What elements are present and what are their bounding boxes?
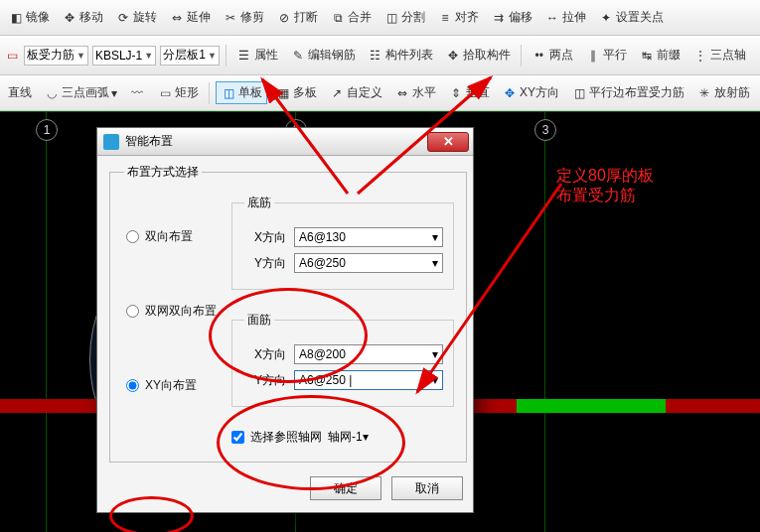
bottom-rebar-group: 底筋 X方向 A6@130▾ Y方向 A6@250▾ bbox=[231, 195, 454, 290]
tb-radial[interactable]: ✳放射筋 bbox=[692, 82, 754, 103]
tb-custom[interactable]: ↗自定义 bbox=[325, 82, 386, 103]
label-tx: X方向 bbox=[244, 346, 286, 363]
axis-bubble-1: 1 bbox=[36, 119, 58, 141]
label-bx: X方向 bbox=[244, 229, 286, 246]
offset-icon: ⇉ bbox=[491, 10, 507, 26]
tb-rotate[interactable]: ⟳旋转 bbox=[111, 7, 161, 28]
edit-icon: ✎ bbox=[290, 48, 306, 64]
rotate-icon: ⟳ bbox=[115, 10, 131, 26]
radio-xy-input[interactable] bbox=[126, 379, 139, 392]
pull-icon: ↔ bbox=[544, 10, 560, 26]
par-icon: ∥ bbox=[585, 48, 601, 64]
ok-button[interactable]: 确定 bbox=[310, 476, 381, 500]
top-rebar-group: 面筋 X方向 A8@200▾ Y方向 A6@250 |▾ bbox=[231, 312, 454, 407]
tb-align[interactable]: ≡对齐 bbox=[433, 7, 483, 28]
tb-multi[interactable]: ▦多板 bbox=[271, 82, 321, 103]
smart-layout-dialog: 智能布置 ✕ 布置方式选择 双向布置 双网双向布置 XY bbox=[96, 127, 474, 513]
dialog-title: 智能布置 bbox=[125, 133, 173, 150]
tb-curve[interactable]: 〰 bbox=[125, 83, 149, 103]
tb-vert[interactable]: ⇕垂直 bbox=[444, 82, 494, 103]
combo-ref-grid[interactable]: 轴网-1▾ bbox=[328, 429, 437, 446]
tb-parallel[interactable]: ∥平行 bbox=[581, 45, 631, 66]
radio-dualnet-input[interactable] bbox=[126, 305, 139, 318]
trim-icon: ✂ bbox=[223, 10, 238, 26]
multi-icon: ▦ bbox=[275, 85, 291, 101]
tb-merge[interactable]: ⧉合并 bbox=[326, 7, 376, 28]
tb-pick[interactable]: ✥拾取构件 bbox=[441, 45, 515, 66]
tb-xy[interactable]: ✥XY方向 bbox=[498, 82, 563, 103]
slab-icon: ▭ bbox=[4, 48, 20, 64]
rad-icon: ✳ bbox=[696, 85, 712, 101]
label-ty: Y方向 bbox=[244, 372, 286, 389]
three-icon: ⋮ bbox=[692, 48, 708, 64]
chevron-down-icon: ▾ bbox=[363, 430, 369, 444]
tb-threepoint[interactable]: ⋮三点轴 bbox=[688, 45, 750, 66]
combo-kbslj[interactable]: KBSLJ-1▼ bbox=[92, 46, 156, 66]
radio-bidir-input[interactable] bbox=[126, 230, 139, 243]
two-icon: •• bbox=[532, 48, 547, 64]
radio-dualnet[interactable]: 双网双向布置 bbox=[126, 303, 224, 320]
annotation-text: 定义80厚的板 布置受力筋 bbox=[556, 166, 654, 205]
pre-icon: ↹ bbox=[639, 48, 655, 64]
tb-twopoint[interactable]: ••两点 bbox=[528, 45, 577, 66]
tb-offset[interactable]: ⇉偏移 bbox=[487, 7, 536, 28]
tb-prefix[interactable]: ↹前缀 bbox=[635, 45, 684, 66]
tb-list[interactable]: ☷构件列表 bbox=[364, 45, 437, 66]
mirror-icon: ◧ bbox=[8, 10, 24, 26]
toolbar-row-3: 直线 ◡三点画弧▾ 〰 ▭矩形 ◫单板 ▦多板 ↗自定义 ⇔水平 ⇕垂直 ✥XY… bbox=[0, 75, 760, 111]
radio-xy[interactable]: XY向布置 bbox=[126, 377, 224, 394]
combo-top-y[interactable]: A6@250 |▾ bbox=[294, 370, 443, 390]
break-icon: ⊘ bbox=[276, 10, 292, 26]
combo-layer[interactable]: 分层板1▼ bbox=[160, 46, 220, 66]
tb-line[interactable]: 直线 bbox=[4, 82, 36, 103]
arc-icon: ◡ bbox=[44, 85, 60, 101]
axis-bubble-3: 3 bbox=[534, 119, 556, 141]
tb-horiz[interactable]: ⇔水平 bbox=[390, 82, 440, 103]
close-button[interactable]: ✕ bbox=[427, 132, 469, 152]
tb-trim[interactable]: ✂修剪 bbox=[219, 7, 268, 28]
tb-attr[interactable]: ☰属性 bbox=[232, 45, 282, 66]
tb-stretch[interactable]: ⇔延伸 bbox=[165, 7, 215, 28]
chevron-down-icon: ▼ bbox=[76, 51, 85, 61]
close-icon: ✕ bbox=[443, 134, 454, 149]
top-legend: 面筋 bbox=[244, 312, 274, 329]
tb-single[interactable]: ◫单板 bbox=[216, 81, 267, 104]
chevron-down-icon: ▾ bbox=[432, 347, 438, 361]
pick-icon: ✥ bbox=[445, 48, 461, 64]
combo-bottom-x[interactable]: A6@130▾ bbox=[294, 227, 443, 247]
list-icon: ☷ bbox=[368, 48, 383, 64]
tb-setpoint[interactable]: ✦设置关点 bbox=[594, 7, 668, 28]
single-icon: ◫ bbox=[221, 85, 236, 101]
tb-editbar[interactable]: ✎编辑钢筋 bbox=[286, 45, 360, 66]
tb-arc3[interactable]: ◡三点画弧▾ bbox=[40, 82, 121, 103]
toolbar-row-2: ▭ 板受力筋▼ KBSLJ-1▼ 分层板1▼ ☰属性 ✎编辑钢筋 ☷构件列表 ✥… bbox=[0, 36, 760, 75]
tb-parallel-reb[interactable]: ◫平行边布置受力筋 bbox=[567, 82, 688, 103]
hor-icon: ⇔ bbox=[394, 85, 410, 101]
tb-rect[interactable]: ▭矩形 bbox=[153, 82, 203, 103]
radio-bidir[interactable]: 双向布置 bbox=[126, 228, 224, 245]
checkbox-ref-grid[interactable] bbox=[231, 431, 244, 444]
cancel-button[interactable]: 取消 bbox=[391, 476, 463, 500]
ver-icon: ⇕ bbox=[448, 85, 464, 101]
stretch-icon: ⇔ bbox=[169, 10, 185, 26]
combo-top-x[interactable]: A8@200▾ bbox=[294, 344, 443, 364]
combo-bottom-y[interactable]: A6@250▾ bbox=[294, 253, 443, 273]
merge-icon: ⧉ bbox=[330, 10, 346, 26]
prop-icon: ☰ bbox=[236, 48, 252, 64]
tb-mirror[interactable]: ◧镜像 bbox=[4, 7, 54, 28]
combo-slab[interactable]: 板受力筋▼ bbox=[24, 46, 88, 66]
group-legend: 布置方式选择 bbox=[124, 164, 202, 181]
tb-split[interactable]: ◫分割 bbox=[380, 7, 429, 28]
chevron-down-icon: ▾ bbox=[432, 256, 438, 270]
tb-pull[interactable]: ↔拉伸 bbox=[540, 7, 590, 28]
layout-mode-group: 布置方式选择 双向布置 双网双向布置 XY向布置 bbox=[109, 164, 467, 463]
cust-icon: ↗ bbox=[329, 85, 345, 101]
dialog-titlebar[interactable]: 智能布置 ✕ bbox=[97, 128, 473, 156]
toolbar-row-1: ◧镜像 ✥移动 ⟳旋转 ⇔延伸 ✂修剪 ⊘打断 ⧉合并 ◫分割 ≡对齐 ⇉偏移 … bbox=[0, 0, 760, 36]
rect-icon: ▭ bbox=[157, 85, 173, 101]
tb-break[interactable]: ⊘打断 bbox=[272, 7, 322, 28]
move-icon: ✥ bbox=[62, 10, 77, 26]
tb-move[interactable]: ✥移动 bbox=[58, 7, 107, 28]
chevron-down-icon: ▼ bbox=[208, 51, 217, 61]
point-icon: ✦ bbox=[598, 10, 614, 26]
